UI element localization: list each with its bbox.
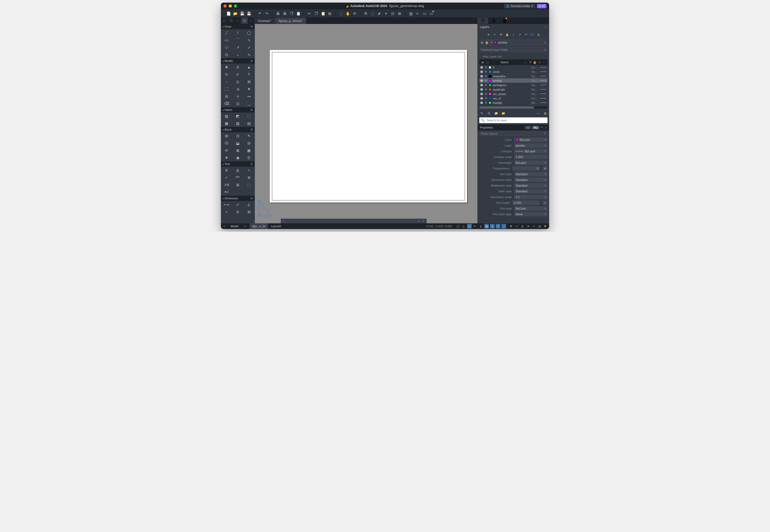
paste-icon[interactable]: 📋 bbox=[296, 11, 301, 16]
copy-tool[interactable]: ⎘ bbox=[232, 64, 243, 71]
hardware-icon[interactable]: ⊡ bbox=[537, 224, 542, 229]
blocks-tab[interactable]: ⊞ bbox=[488, 18, 499, 24]
layer-prev-icon[interactable]: ↶ bbox=[523, 32, 528, 37]
new-file-icon[interactable]: 📄 bbox=[226, 11, 231, 16]
explode-tool[interactable]: ✷ bbox=[243, 85, 255, 93]
freeze-icon[interactable]: ❄ bbox=[484, 97, 487, 100]
layer-merge-icon[interactable]: ⇊ bbox=[536, 32, 541, 37]
layer-props-icon[interactable]: ⧉ bbox=[363, 11, 368, 16]
attdef[interactable]: Ⓐ bbox=[221, 140, 232, 147]
visibility-icon[interactable] bbox=[480, 66, 483, 69]
name-col[interactable]: Name bbox=[490, 61, 523, 64]
opts-col-icon[interactable]: ⋯ bbox=[542, 61, 546, 64]
gradient-tool[interactable]: ◩ bbox=[232, 112, 243, 120]
move-tool[interactable]: ✥ bbox=[221, 64, 232, 71]
doc-tab-1[interactable]: figuras_g...etricas* bbox=[275, 18, 306, 24]
model-space-icon[interactable]: ▢ bbox=[456, 224, 460, 229]
trace-icon[interactable]: ▭ bbox=[429, 11, 433, 16]
mtext-tool[interactable]: A bbox=[221, 167, 232, 174]
dynamic-icon[interactable]: ✎ bbox=[496, 224, 500, 229]
freeze-icon[interactable]: ❄ bbox=[484, 102, 487, 104]
layer-new-icon[interactable]: ✎ bbox=[479, 111, 484, 116]
boundary-tool[interactable]: ⬚ bbox=[243, 112, 255, 120]
layer-lock-icon[interactable]: 🔒 bbox=[505, 32, 509, 37]
visibility-icon[interactable] bbox=[480, 71, 483, 73]
pdf-tool[interactable]: PDF bbox=[221, 188, 232, 196]
circle-tool[interactable]: ◯ bbox=[243, 29, 255, 36]
offset-tool[interactable]: ⊆ bbox=[232, 78, 243, 85]
text-tool[interactable]: A bbox=[232, 167, 243, 174]
layer-group-icon[interactable]: ☰ bbox=[487, 111, 491, 116]
block-explode[interactable]: ✷ bbox=[221, 154, 232, 161]
section-block[interactable]: ▾Block⚙ bbox=[221, 127, 255, 132]
palette-icon[interactable]: ▥ bbox=[408, 11, 413, 16]
block-base[interactable]: ◉ bbox=[232, 154, 243, 161]
save-as-icon[interactable]: 💾 bbox=[247, 11, 251, 16]
layout-add[interactable]: ＋ bbox=[241, 223, 250, 229]
cmd-share-icon[interactable]: ⇪ bbox=[422, 219, 425, 223]
print-icon[interactable]: 🖶 bbox=[276, 11, 280, 16]
dim-style[interactable]: A bbox=[232, 208, 243, 216]
frz-col-icon[interactable]: ▢ bbox=[485, 61, 490, 64]
block-count[interactable]: ⊟ bbox=[243, 140, 255, 147]
layer-list-toggle[interactable]: ⌄ Hide Layer List bbox=[479, 54, 547, 59]
layer-state-selector[interactable]: Unsaved Layer State ▼ bbox=[479, 47, 547, 53]
create-block[interactable]: ⊡ bbox=[232, 132, 243, 140]
visibility-icon[interactable] bbox=[480, 75, 483, 78]
viewport-multi-icon[interactable]: ❐ bbox=[228, 18, 235, 24]
edit-block[interactable]: ✎ bbox=[243, 132, 255, 140]
gear-icon[interactable]: ⚙ bbox=[250, 128, 253, 131]
layer-freeze-icon[interactable]: ❄ bbox=[498, 32, 503, 37]
rotate-tool[interactable]: ↻ bbox=[221, 71, 232, 78]
layout-overflow[interactable]: ≡ bbox=[221, 223, 228, 229]
visibility-icon[interactable] bbox=[480, 93, 483, 95]
cut-icon[interactable]: ✂ bbox=[307, 11, 312, 16]
gear-icon[interactable]: ⚙ bbox=[250, 162, 253, 166]
batch-print-icon[interactable]: 🖶 bbox=[282, 11, 287, 16]
right-overflow[interactable]: » bbox=[538, 18, 549, 24]
prop-mlead-value[interactable]: Standard▼ bbox=[514, 183, 547, 188]
zoom-window-icon[interactable]: ⬚ bbox=[339, 11, 343, 16]
break-tool[interactable]: ⤫ bbox=[232, 93, 243, 100]
scale-icon[interactable]: ⤢ bbox=[514, 224, 519, 229]
block-replace[interactable]: ⊠ bbox=[232, 147, 243, 154]
new-tab[interactable]: ＋ bbox=[248, 18, 254, 24]
prop-annoscale-value[interactable]: 1:1▼ bbox=[514, 195, 547, 199]
customize-icon[interactable]: ⚙ bbox=[543, 224, 547, 229]
lineweight-icon[interactable]: ⬚ bbox=[501, 224, 506, 229]
line-col-icon[interactable]: ≡ bbox=[537, 61, 542, 64]
array-tool[interactable]: ⊞ bbox=[243, 78, 255, 85]
layer-match-icon[interactable]: ↗ bbox=[517, 32, 522, 37]
gear-icon[interactable]: ⚙ bbox=[250, 108, 253, 112]
props-popout-icon[interactable]: ⤢ bbox=[545, 126, 547, 129]
block-attr[interactable]: ☰ bbox=[243, 154, 255, 161]
settings-icon[interactable]: ⊞ bbox=[397, 11, 402, 16]
layer-row[interactable]: ❄rec_r2De... bbox=[479, 96, 547, 100]
freeze-icon[interactable]: ❄ bbox=[484, 79, 487, 82]
text-style-tool[interactable]: A bbox=[243, 167, 255, 174]
send-icon[interactable]: ➤ bbox=[415, 11, 420, 16]
field-tool[interactable]: ⬚ bbox=[243, 181, 255, 188]
freeze-icon[interactable]: ❄ bbox=[484, 75, 487, 78]
isolate-icon[interactable]: ✧ bbox=[531, 224, 536, 229]
hatch-tool[interactable]: ▨ bbox=[221, 112, 232, 120]
group-tool[interactable]: ⊡ bbox=[232, 100, 243, 107]
find-tool[interactable]: ᴬᴮᶜ bbox=[232, 174, 243, 181]
prop-tablestyle-value[interactable]: Standard▼ bbox=[514, 189, 547, 194]
wblock[interactable]: ⬓ bbox=[232, 140, 243, 147]
person-icon[interactable]: 人 bbox=[520, 224, 525, 229]
layout1-tab[interactable]: figu...s_2d bbox=[250, 223, 268, 229]
visibility-icon[interactable] bbox=[480, 79, 483, 82]
prop-pstable-value[interactable]: None▼ bbox=[514, 212, 547, 217]
mleader-tool[interactable]: ↗A bbox=[221, 181, 232, 188]
textheight-extra[interactable]: ⤢ bbox=[542, 200, 547, 205]
prop-textstyle-value[interactable]: Standard▼ bbox=[514, 172, 547, 176]
ray-tool[interactable]: ↗ bbox=[232, 44, 243, 51]
popout-icon[interactable]: ⤢ bbox=[544, 25, 547, 29]
layer-row[interactable]: ❄triangleDe... bbox=[479, 100, 547, 105]
section-hatch[interactable]: ▾Hatch⚙ bbox=[221, 107, 255, 112]
insert-block[interactable]: ⊞ bbox=[221, 132, 232, 140]
visibility-icon[interactable] bbox=[480, 97, 483, 100]
table-tool[interactable]: ⊞ bbox=[232, 181, 243, 188]
save-icon[interactable]: 💾 bbox=[240, 11, 244, 16]
